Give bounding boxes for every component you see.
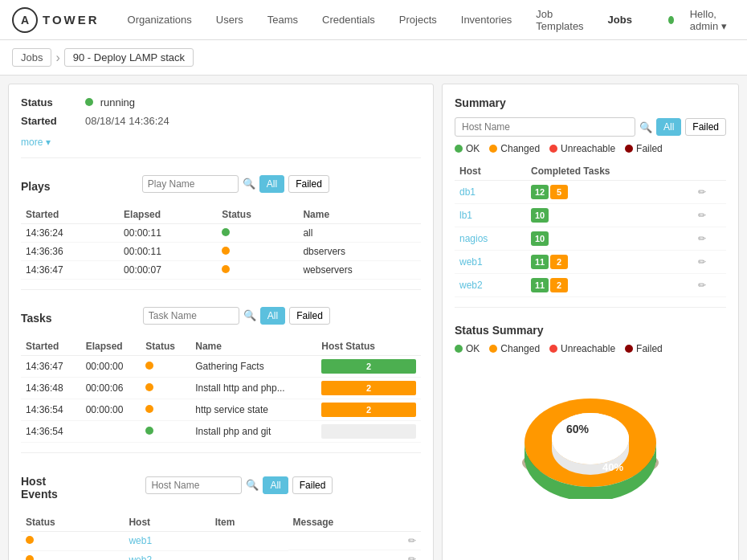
tasks-header: Tasks 🔍 All Failed bbox=[21, 300, 421, 331]
host-events-filter-failed[interactable]: Failed bbox=[292, 476, 333, 494]
running-dot bbox=[85, 98, 93, 106]
sum-completed: 10 bbox=[526, 227, 693, 251]
nav-users[interactable]: Users bbox=[212, 14, 247, 26]
he-host: web2 bbox=[124, 550, 210, 560]
sum-completed: 10 bbox=[526, 204, 693, 227]
sum-edit: ✏ bbox=[693, 227, 726, 251]
nav-teams[interactable]: Teams bbox=[263, 14, 302, 26]
summary-search-input[interactable] bbox=[455, 117, 635, 137]
task-host-status bbox=[316, 421, 421, 443]
play-elapsed: 00:00:07 bbox=[119, 261, 217, 280]
status-summary-legend: OK Changed Unreachable Failed bbox=[455, 343, 726, 354]
table-row: 14:36:36 00:00:11 dbservers bbox=[21, 243, 421, 261]
play-name: dbservers bbox=[298, 243, 421, 261]
plays-table: Started Elapsed Status Name 14:36:24 00:… bbox=[21, 206, 421, 280]
host-events-filter-all[interactable]: All bbox=[263, 476, 288, 494]
list-item: web2 112 ✏ bbox=[455, 274, 726, 297]
donut-chart: 60% 40% bbox=[455, 362, 726, 499]
play-name: webservers bbox=[298, 261, 421, 280]
summary-filter-failed[interactable]: Failed bbox=[685, 118, 726, 136]
host-events-search-input[interactable] bbox=[145, 476, 242, 494]
he-col-item: Item bbox=[210, 513, 288, 532]
play-status bbox=[217, 261, 298, 280]
task-name: Gathering Facts bbox=[190, 356, 316, 378]
task-host-status: 2 bbox=[316, 399, 421, 421]
breadcrumb-arrow: › bbox=[55, 51, 59, 65]
list-item: web1 112 ✏ bbox=[455, 251, 726, 274]
legend-unreachable-dot bbox=[549, 145, 557, 153]
table-row: 14:36:54 Install php and git bbox=[21, 421, 421, 443]
host-events-title: HostEvents bbox=[21, 475, 58, 501]
task-host-status: 2 bbox=[316, 378, 421, 399]
plays-filter-bar: 🔍 All Failed bbox=[142, 175, 329, 193]
tasks-filter-failed[interactable]: Failed bbox=[289, 307, 330, 325]
plays-col-name: Name bbox=[298, 206, 421, 224]
nav-inventories[interactable]: Inventories bbox=[457, 14, 516, 26]
started-value: 08/18/14 14:36:24 bbox=[85, 115, 169, 127]
list-item: nagios 10 ✏ bbox=[455, 227, 726, 251]
nav-job-templates[interactable]: Job Templates bbox=[532, 8, 587, 32]
he-status bbox=[21, 550, 124, 560]
table-row: 14:36:54 00:00:00 http service state 2 bbox=[21, 399, 421, 421]
sum-col-host: Host bbox=[455, 162, 526, 181]
breadcrumb-jobs-link[interactable]: Jobs bbox=[12, 48, 51, 67]
nav-organizations[interactable]: Organizations bbox=[124, 14, 196, 26]
he-host: web1 bbox=[124, 532, 210, 551]
nav-jobs[interactable]: Jobs bbox=[604, 14, 636, 26]
play-name: all bbox=[298, 224, 421, 243]
plays-filter-all[interactable]: All bbox=[259, 175, 284, 193]
breadcrumb-current: 90 - Deploy LAMP stack bbox=[64, 48, 194, 67]
ss-ok-dot bbox=[455, 345, 463, 353]
svg-text:60%: 60% bbox=[566, 423, 590, 435]
sum-col-completed: Completed Tasks bbox=[526, 162, 693, 181]
task-name: Install php and git bbox=[190, 421, 316, 443]
sum-host: lb1 bbox=[455, 204, 526, 227]
he-item bbox=[210, 532, 288, 551]
sum-host: web1 bbox=[455, 251, 526, 274]
summary-title: Summary bbox=[455, 96, 726, 109]
user-menu[interactable]: Hello, admin ▾ bbox=[690, 8, 735, 32]
server-status-indicator bbox=[668, 16, 674, 24]
list-item: db1 125 ✏ bbox=[455, 181, 726, 204]
summary-search-row: 🔍 All Failed bbox=[455, 117, 726, 137]
header: A TOWER Organizations Users Teams Creden… bbox=[0, 0, 747, 40]
started-label: Started bbox=[21, 115, 85, 127]
summary-legend: OK Changed Unreachable Failed bbox=[455, 143, 726, 154]
summary-search-icon: 🔍 bbox=[639, 121, 652, 133]
table-row: 14:36:47 00:00:07 webservers bbox=[21, 261, 421, 280]
host-events-filter-bar: 🔍 All Failed bbox=[145, 476, 333, 494]
task-elapsed: 00:00:00 bbox=[81, 356, 141, 378]
svg-text:40%: 40% bbox=[602, 461, 623, 473]
status-value: running bbox=[85, 96, 135, 108]
plays-title: Plays bbox=[21, 180, 51, 193]
tasks-search-input[interactable] bbox=[143, 307, 239, 325]
breadcrumb: Jobs › 90 - Deploy LAMP stack bbox=[0, 40, 747, 76]
legend-failed: Failed bbox=[625, 143, 663, 154]
tasks-table: Started Elapsed Status Name Host Status … bbox=[21, 337, 421, 443]
logo: A TOWER bbox=[12, 7, 100, 33]
sum-host: nagios bbox=[455, 227, 526, 251]
task-elapsed bbox=[81, 421, 141, 443]
ss-legend-changed: Changed bbox=[489, 343, 540, 354]
legend-changed: Changed bbox=[489, 143, 540, 154]
he-col-message: Message bbox=[288, 513, 421, 532]
sum-host: db1 bbox=[455, 181, 526, 204]
host-events-table: Status Host Item Message web1 ✏ web2 ✏ bbox=[21, 513, 421, 560]
task-started: 14:36:47 bbox=[21, 356, 81, 378]
more-link[interactable]: more ▾ bbox=[21, 137, 51, 148]
table-row: 14:36:47 00:00:00 Gathering Facts 2 bbox=[21, 356, 421, 378]
ss-legend-failed: Failed bbox=[625, 343, 663, 354]
tasks-filter-all[interactable]: All bbox=[260, 307, 285, 325]
plays-search-input[interactable] bbox=[142, 175, 239, 193]
nav-credentials[interactable]: Credentials bbox=[318, 14, 379, 26]
status-label: Status bbox=[21, 96, 85, 108]
plays-filter-failed[interactable]: Failed bbox=[288, 175, 329, 193]
summary-table: Host Completed Tasks db1 125 ✏ lb1 10 ✏ … bbox=[455, 162, 726, 297]
he-col-host: Host bbox=[124, 513, 210, 532]
task-name: http service state bbox=[190, 399, 316, 421]
left-panel: Status running Started 08/18/14 14:36:24… bbox=[8, 84, 434, 560]
play-started: 14:36:24 bbox=[21, 224, 119, 243]
summary-filter-all[interactable]: All bbox=[656, 118, 681, 136]
nav-projects[interactable]: Projects bbox=[395, 14, 441, 26]
play-elapsed: 00:00:11 bbox=[119, 243, 217, 261]
